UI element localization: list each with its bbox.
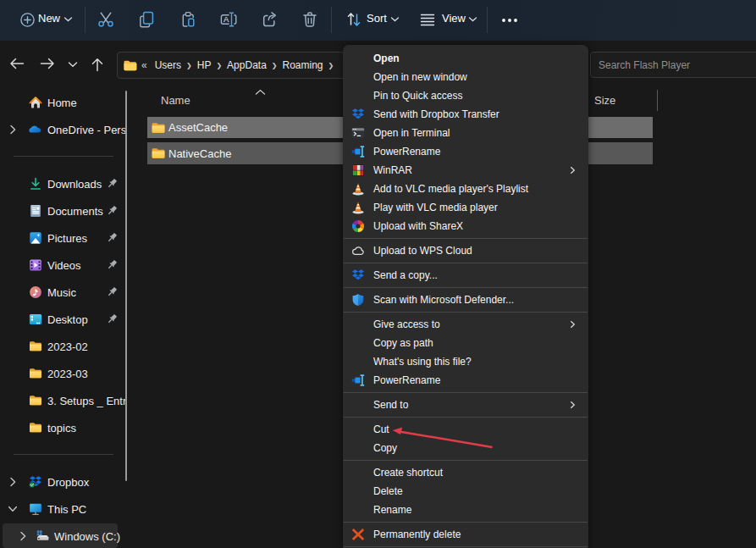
svg-text:A: A xyxy=(223,14,229,24)
